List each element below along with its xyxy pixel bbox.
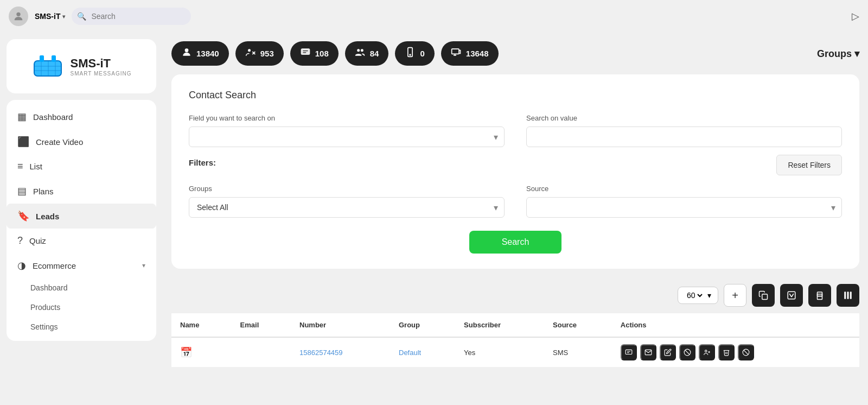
field-search-on: Field you want to search on	[189, 114, 505, 147]
row-actions	[612, 337, 859, 368]
action-sms-btn[interactable]	[621, 344, 637, 360]
contact-search-btn[interactable]: Search	[469, 231, 562, 254]
sidebar-item-create-video[interactable]: ⬛ Create Video	[7, 129, 156, 154]
sidebar-nav: ▦ Dashboard ⬛ Create Video ≡ List ▤ Plan…	[7, 100, 156, 341]
sidebar-sub-products[interactable]: Products	[7, 298, 156, 317]
contact-search-title: Contact Search	[189, 90, 842, 101]
stat-mobile[interactable]: 0	[395, 41, 434, 66]
col-source: Source	[544, 313, 612, 337]
sidebar-label-quiz: Quiz	[29, 236, 145, 245]
unsubscribed-icon	[245, 47, 256, 60]
source-filter-field: Source	[526, 185, 842, 218]
groups-filter-select-wrapper: Select All	[189, 197, 505, 218]
row-icon-cell: 📅	[171, 337, 232, 368]
table-row: 📅 15862574459 Default Yes SMS	[171, 337, 859, 368]
search-icon: 🔍	[77, 12, 86, 21]
col-group: Group	[390, 313, 455, 337]
stat-unsubscribed[interactable]: 953	[235, 41, 284, 66]
total-contacts-icon	[181, 47, 192, 60]
sidebar-sub-settings[interactable]: Settings	[7, 317, 156, 337]
search-value-input[interactable]	[526, 126, 842, 147]
svg-rect-29	[626, 350, 632, 354]
brand-chevron: ▾	[62, 14, 65, 20]
sidebar-item-quiz[interactable]: ? Quiz	[7, 229, 156, 253]
copy-btn[interactable]	[752, 284, 775, 307]
row-subscriber: Yes	[455, 337, 544, 368]
svg-rect-22	[762, 294, 768, 300]
row-group-link[interactable]: Default	[399, 349, 421, 357]
row-number-link[interactable]: 15862574459	[299, 349, 343, 357]
reset-filters-btn[interactable]: Reset Filters	[776, 155, 842, 175]
sidebar-item-leads[interactable]: 🔖 Leads	[7, 204, 156, 229]
svg-point-0	[16, 12, 20, 16]
field-search-select[interactable]	[189, 126, 505, 147]
mobile-value: 0	[420, 49, 424, 58]
action-delete-btn[interactable]	[718, 344, 735, 360]
sidebar-label-plans: Plans	[33, 187, 145, 196]
sidebar-label-create-video: Create Video	[36, 137, 145, 147]
col-email: Email	[232, 313, 291, 337]
global-search-input[interactable]	[72, 8, 191, 25]
groups-dropdown-btn[interactable]: Groups ▾	[817, 48, 859, 60]
print-btn[interactable]	[808, 284, 831, 307]
action-edit-btn[interactable]	[660, 344, 676, 360]
unsubscribed-value: 953	[260, 49, 274, 58]
svg-point-11	[248, 49, 251, 52]
messages-value: 108	[315, 49, 329, 58]
stat-messages[interactable]: 108	[290, 41, 339, 66]
add-contact-btn[interactable]: +	[724, 284, 746, 307]
sidebar-item-list[interactable]: ≡ List	[7, 154, 156, 179]
source-filter-select[interactable]	[526, 197, 842, 218]
sidebar-label-leads: Leads	[36, 212, 145, 221]
table-toolbar: 60 30 10 ▾ +	[171, 280, 859, 313]
top-bar: SMS-iT ▾ 🔍 ▷	[0, 0, 868, 33]
avatar	[9, 7, 28, 26]
perpage-chevron: ▾	[707, 291, 711, 300]
svg-point-16	[361, 49, 363, 52]
notification-icon[interactable]: ▷	[852, 11, 859, 22]
perpage-select-wrap: 60 30 10 ▾	[678, 287, 718, 304]
sidebar-label-ecommerce: Ecommerce	[33, 261, 136, 270]
action-addgroup-btn[interactable]	[699, 344, 715, 360]
sidebar-brand-text: SMS-iT SMART MESSAGING	[71, 56, 132, 77]
svg-rect-23	[788, 292, 795, 299]
action-email-btn[interactable]	[640, 344, 656, 360]
export-excel-btn[interactable]	[780, 284, 803, 307]
stat-groups[interactable]: 84	[345, 41, 389, 66]
field-search-on-label: Field you want to search on	[189, 114, 505, 122]
table-body: 📅 15862574459 Default Yes SMS	[171, 337, 859, 368]
sidebar-sub-products-label: Products	[30, 303, 60, 312]
groups-filter-select[interactable]: Select All	[189, 197, 505, 218]
svg-point-10	[185, 48, 189, 52]
action-unsubscribe-btn[interactable]	[679, 344, 695, 360]
sidebar-item-plans[interactable]: ▤ Plans	[7, 179, 156, 204]
sidebar-label-dashboard: Dashboard	[33, 112, 145, 122]
row-number: 15862574459	[291, 337, 390, 368]
action-block-btn[interactable]	[738, 344, 754, 360]
contact-search-card: Contact Search Field you want to search …	[171, 74, 859, 269]
perpage-select[interactable]: 60 30 10	[685, 290, 704, 300]
stat-total-contacts[interactable]: 13840	[171, 41, 229, 66]
ecommerce-icon: ◑	[17, 260, 26, 271]
sidebar-logo: SMS-iT SMART MESSAGING	[7, 39, 156, 93]
sidebar-item-ecommerce[interactable]: ◑ Ecommerce ▾	[7, 253, 156, 278]
stat-devices[interactable]: 13648	[441, 41, 499, 66]
row-calendar-icon: 📅	[180, 347, 192, 358]
col-number: Number	[291, 313, 390, 337]
svg-rect-14	[301, 48, 310, 55]
sidebar-item-dashboard[interactable]: ▦ Dashboard	[7, 104, 156, 129]
filters-row: Groups Select All Source	[189, 185, 842, 218]
columns-btn[interactable]	[837, 284, 859, 307]
col-name: Name	[171, 313, 232, 337]
svg-point-15	[357, 49, 360, 52]
row-group: Default	[390, 337, 455, 368]
brand-switcher[interactable]: SMS-iT ▾	[35, 12, 65, 21]
col-actions: Actions	[612, 313, 859, 337]
svg-point-18	[410, 54, 411, 55]
devices-value: 13648	[466, 49, 489, 58]
quiz-icon: ?	[17, 235, 23, 246]
search-fields-row: Field you want to search on Search on va…	[189, 114, 842, 147]
sidebar: SMS-iT SMART MESSAGING ▦ Dashboard ⬛ Cre…	[0, 33, 163, 405]
groups-value: 84	[370, 49, 379, 58]
sidebar-sub-dashboard[interactable]: Dashboard	[7, 278, 156, 298]
